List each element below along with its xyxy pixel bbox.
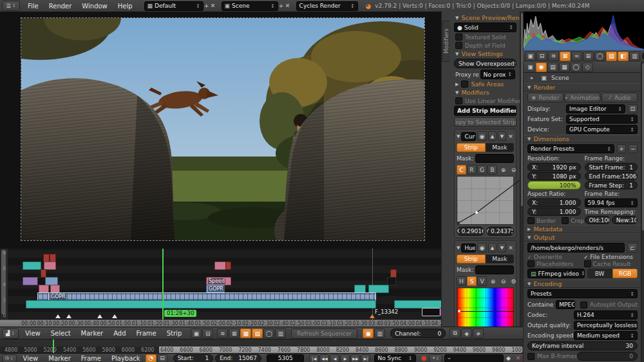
encoding-speed-selector[interactable]: Medium speed↕ (574, 331, 638, 340)
current-frame-field[interactable]: 5305 (267, 354, 305, 362)
hue-move-up-button[interactable]: ▲ (488, 243, 497, 252)
menu-select[interactable]: Select (46, 330, 76, 337)
menu-view[interactable]: View (20, 330, 46, 337)
waveform-icon[interactable]: ≋ (548, 52, 559, 61)
curve-modifier-name[interactable]: Curve (461, 132, 476, 141)
audio-button[interactable]: ♪Audio (601, 93, 638, 102)
seq-clip-icon[interactable]: ⊠ (229, 329, 240, 338)
image-icon[interactable]: ▣ (525, 52, 536, 61)
placeholders-checkbox[interactable] (527, 260, 535, 267)
seq-overlay-icon[interactable]: ▦ (240, 329, 251, 338)
cache-result-checkbox[interactable] (584, 260, 591, 267)
auto-keyframe-record-button[interactable]: ● (421, 355, 427, 361)
output-quality-selector[interactable]: Perceptually lossless↕ (574, 321, 638, 330)
delete-scene-button[interactable]: ✕ (285, 2, 291, 10)
aspect-y-field[interactable]: Y:1.000 (527, 207, 581, 216)
delete-layout-button[interactable]: ✕ (210, 2, 216, 10)
hue-strip-tab[interactable]: Strip (457, 254, 486, 263)
play-button[interactable]: ▶ (340, 354, 350, 362)
start-frame-prop-field[interactable]: Start Frame:1 (585, 163, 638, 171)
screen-layout-selector[interactable]: ▦ Default ↕ (144, 1, 204, 11)
seq-image-icon[interactable]: ▣ (191, 329, 202, 338)
seq-lock-icon[interactable]: ⊟ (202, 329, 213, 338)
curve-delete-button[interactable]: ✕ (507, 132, 514, 140)
tab-render-layers-icon[interactable]: ▤ (547, 62, 558, 72)
panel-dimensions-header[interactable]: ▼Dimensions (524, 135, 641, 143)
use-linear-modifiers-checkbox[interactable] (455, 97, 462, 104)
timeline-marker[interactable] (66, 314, 71, 318)
add-preset-button[interactable]: + (617, 144, 626, 153)
play-reverse-button[interactable]: ◀ (330, 354, 339, 362)
add-strip-modifier-button[interactable]: Add Strip Modifier↕ (454, 106, 516, 116)
rgb-button[interactable]: RGB (612, 269, 638, 278)
hue-curve-editor[interactable] (457, 287, 514, 327)
mask-icon[interactable]: ◯ (594, 52, 605, 61)
properties-scrollbar[interactable] (641, 62, 644, 362)
seq-options-icon[interactable]: ▥ (374, 329, 385, 338)
seq-snap-magnet-icon[interactable]: ◈ (461, 329, 472, 338)
encoding-presets-selector[interactable]: Presets↕ (527, 289, 638, 298)
bw-button[interactable]: BW (587, 269, 612, 278)
lock-frame-icon[interactable]: ⊟ (157, 354, 168, 362)
panel-encoding-header[interactable]: ▼Encoding (524, 280, 641, 288)
aspect-x-field[interactable]: X:1.000 (527, 198, 581, 207)
zoom-in-icon[interactable]: ⊕ (498, 166, 508, 174)
resolution-x-field[interactable]: X:1920 px (527, 163, 581, 171)
codec-selector[interactable]: H.264↕ (574, 310, 638, 319)
scene-selector[interactable]: ▣ Scene ↕ (222, 1, 278, 11)
channel-r-button[interactable]: R (467, 165, 477, 175)
crop-checkbox[interactable] (562, 217, 569, 224)
max-bframes-slider[interactable]: 0 (577, 352, 638, 361)
hue-move-down-button[interactable]: ▼ (498, 243, 506, 252)
smooth-icon[interactable]: ≈ (571, 52, 582, 61)
pin-id-icon[interactable]: ⌖ (527, 74, 536, 82)
timeline-marker[interactable] (112, 314, 117, 318)
keyframe-interval-slider[interactable]: Keyframe interval30 (527, 341, 638, 350)
curve-mask-field[interactable] (475, 154, 514, 163)
sync-mode-selector[interactable]: No Sync↕ (374, 354, 415, 362)
seq-proportional-icon[interactable]: ≉ (473, 329, 484, 338)
seq-copy-icon[interactable]: ⧉ (450, 329, 460, 338)
tab-world-icon[interactable]: ◯ (571, 62, 582, 72)
render-engine-selector[interactable]: Cycles Render ↕ (296, 1, 358, 11)
device-selector[interactable]: GPU Compute↕ (566, 125, 638, 134)
curve-mask-tab[interactable]: Mask (486, 143, 515, 152)
hue-delete-button[interactable]: ✕ (507, 243, 514, 252)
channel-scrollbar[interactable]: 86420 (0, 249, 8, 319)
use-preview-range-icon[interactable]: ◔ (146, 354, 156, 362)
sequencer-editor-type-button[interactable]: ▟↕ (2, 329, 19, 339)
zoom-out-icon[interactable]: ⊖ (509, 166, 518, 174)
menu-playback[interactable]: Playback (106, 355, 146, 362)
feature-set-selector[interactable]: Supported↕ (566, 115, 638, 124)
curve-editor[interactable] (457, 176, 514, 225)
seq-mute-icon[interactable]: ◯ (263, 329, 274, 338)
panel-render-header[interactable]: ▼Render (524, 83, 641, 91)
curve-move-down-button[interactable]: ▼ (498, 131, 506, 141)
timeline-marker[interactable] (97, 314, 102, 318)
n-panel-tab-modifiers[interactable]: Modifiers (442, 21, 450, 62)
tab-render-icon[interactable]: ◉ (536, 62, 547, 72)
proxy-render-size-selector[interactable]: No proxy, full re↕ (480, 70, 515, 79)
editor-type-button[interactable]: ☰↕ (2, 1, 20, 11)
hue-mask-tab[interactable]: Mask (486, 254, 515, 263)
delete-keyframe-icon[interactable]: ✕ (513, 355, 523, 362)
timeline-ruler[interactable]: 4800500052005400560058006000620064006600… (0, 347, 523, 353)
menu-window[interactable]: Window (77, 3, 112, 10)
end-frame-field[interactable]: End:15067 (215, 354, 261, 362)
autosplit-checkbox[interactable] (580, 301, 587, 309)
channel-c-button[interactable]: C (457, 165, 466, 175)
layers-icon[interactable]: ▤ (606, 52, 617, 61)
seq-backdrop-icon[interactable]: ▣ (363, 329, 374, 338)
active-keying-set-field[interactable]: ⌁ (444, 354, 504, 362)
menu-frame[interactable]: Frame (76, 355, 106, 362)
max-bframes-checkbox[interactable] (527, 353, 535, 360)
remove-preset-button[interactable]: − (629, 144, 638, 153)
strip[interactable] (23, 262, 41, 270)
strip[interactable] (26, 300, 376, 309)
render-presets-selector[interactable]: Render Presets↕ (527, 144, 614, 153)
menu-help[interactable]: Help (113, 3, 138, 10)
seq-preview-icon[interactable]: ▤ (252, 329, 263, 338)
jump-start-button[interactable]: |◀ (309, 354, 319, 362)
menu-render[interactable]: Render (44, 3, 77, 10)
display-lock-icon[interactable]: ⊡ (628, 104, 638, 113)
